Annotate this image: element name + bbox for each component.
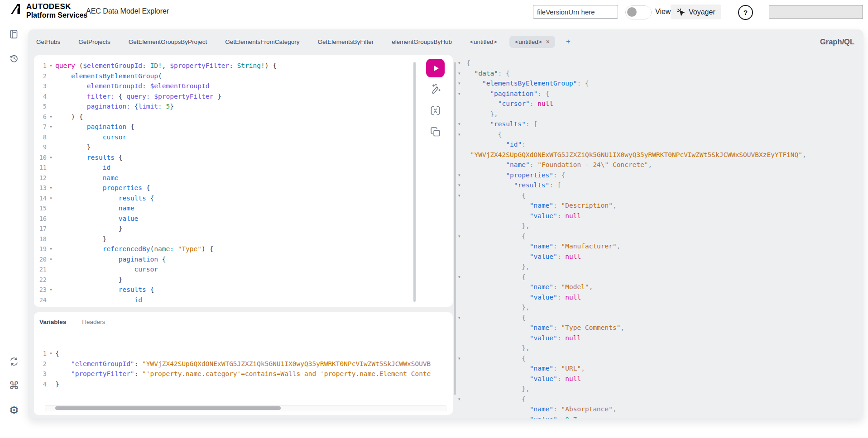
refetch-icon[interactable]: [9, 356, 19, 367]
line-gutter: 8: [34, 132, 55, 143]
fold-spacer: [47, 81, 55, 91]
fold-arrow-icon[interactable]: ▾: [458, 89, 466, 99]
fold-arrow-icon[interactable]: ▾: [47, 285, 55, 295]
fold-spacer: [458, 211, 466, 221]
fold-arrow-icon[interactable]: ▾: [458, 353, 466, 364]
code-text: "value": null: [466, 333, 581, 343]
merge-fragments-button[interactable]: [429, 105, 441, 117]
fold-arrow-icon[interactable]: ▾: [458, 313, 466, 323]
fold-arrow-icon[interactable]: ▾: [47, 122, 55, 132]
tab[interactable]: <untitled>×: [509, 36, 555, 48]
code-text: results {: [55, 285, 154, 295]
code-line: 3 elementGroupId: $elementGroupId: [34, 81, 412, 91]
fold-arrow-icon[interactable]: ▾: [458, 231, 466, 242]
response-panel: ▾{▾ "data": {▾ "elementsByElementGroup":…: [458, 54, 860, 419]
tab[interactable]: GetElementsByFilter: [312, 36, 379, 48]
code-text: },: [466, 262, 530, 272]
tab[interactable]: GetProjects: [73, 36, 116, 48]
fold-arrow-icon[interactable]: ▾: [47, 348, 55, 359]
account-box[interactable]: [769, 5, 863, 19]
tab[interactable]: elementGroupsByHub: [386, 36, 457, 48]
fold-arrow-icon[interactable]: ▾: [47, 61, 55, 71]
line-number: 18: [34, 234, 47, 244]
query-editor[interactable]: 1▾query ($elementGroupId: ID!, $property…: [34, 61, 412, 307]
fold-arrow-icon[interactable]: ▾: [458, 190, 466, 201]
tab[interactable]: GetElementsFromCategory: [220, 36, 305, 48]
fold-spacer: [47, 295, 55, 305]
tab[interactable]: <untitled>: [465, 36, 502, 48]
fold-arrow-icon[interactable]: ▾: [458, 68, 466, 79]
line-number: 2: [34, 71, 47, 81]
code-text: "value": null: [466, 374, 581, 384]
code-text: name: [55, 203, 134, 214]
line-gutter: 10▾: [34, 152, 55, 163]
keyboard-shortcuts-icon[interactable]: ⌘: [9, 380, 19, 391]
tab[interactable]: GetElementGroupsByProject: [123, 36, 212, 48]
close-tab-icon[interactable]: ×: [546, 38, 550, 45]
line-number: 12: [34, 173, 47, 183]
fold-arrow-icon[interactable]: ▾: [47, 254, 55, 265]
code-text: {: [466, 313, 526, 323]
fold-spacer: [47, 214, 55, 224]
fold-arrow-icon[interactable]: ▾: [47, 112, 55, 122]
settings-gear-icon[interactable]: ⚙: [9, 405, 19, 415]
code-line: 20▾ pagination {: [34, 254, 412, 265]
code-text: "name": "Model",: [466, 282, 593, 292]
fold-arrow-icon[interactable]: ▾: [458, 58, 466, 68]
file-version-urn-input[interactable]: [533, 5, 618, 19]
copy-query-button[interactable]: [429, 126, 441, 138]
tab-label: <untitled>: [470, 38, 497, 45]
fold-arrow-icon[interactable]: ▾: [458, 170, 466, 181]
query-editor-card: 1▾query ($elementGroupId: ID!, $property…: [34, 55, 453, 307]
pane-divider[interactable]: [454, 62, 456, 395]
fold-arrow-icon[interactable]: ▾: [458, 78, 466, 89]
line-number: 17: [34, 224, 47, 234]
fold-spacer: [458, 99, 466, 109]
code-line: ▾ {: [458, 313, 860, 323]
code-line: ▾ "properties": {: [458, 170, 860, 181]
code-line: "name": "URL",: [458, 363, 860, 374]
docs-icon[interactable]: [9, 29, 19, 40]
code-text: name: [55, 173, 119, 183]
line-number: 20: [34, 254, 47, 265]
fold-arrow-icon[interactable]: ▾: [47, 152, 55, 163]
play-icon: [431, 63, 441, 73]
tab-variables[interactable]: Variables: [39, 319, 66, 325]
variables-scrollbar-thumb[interactable]: [55, 406, 281, 410]
variables-editor[interactable]: 1▾{2 "elementGroupId": "YWVjZX42SUpGQXdO…: [34, 348, 453, 404]
viewer-toggle[interactable]: [625, 5, 652, 19]
query-editor-scrollbar[interactable]: [413, 62, 416, 302]
line-number: 4: [34, 91, 47, 102]
fold-arrow-icon[interactable]: ▾: [458, 180, 466, 190]
code-line: ▾ "results": [: [458, 180, 860, 190]
fold-arrow-icon[interactable]: ▾: [47, 244, 55, 254]
help-icon[interactable]: ?: [738, 5, 753, 20]
line-number: 10: [34, 152, 47, 163]
fold-arrow-icon[interactable]: ▾: [458, 129, 466, 140]
fold-arrow-icon[interactable]: ▾: [47, 193, 55, 204]
fold-spacer: [458, 160, 466, 170]
tab[interactable]: GetHubs: [31, 36, 66, 48]
tab-label: GetElementsFromCategory: [225, 38, 299, 45]
prettify-button[interactable]: [429, 83, 441, 95]
voyager-button[interactable]: Voyager: [671, 5, 721, 19]
fold-arrow-icon[interactable]: ▾: [458, 119, 466, 129]
voyager-icon: [676, 8, 686, 17]
add-tab-button[interactable]: +: [563, 37, 573, 46]
variables-headers-tabs: Variables Headers: [39, 319, 105, 325]
code-line: 9 }: [34, 142, 412, 152]
code-line: 12 name: [34, 173, 412, 183]
code-line: 24 id: [34, 295, 412, 305]
fold-arrow-icon[interactable]: ▾: [47, 183, 55, 193]
fold-arrow-icon[interactable]: ▾: [458, 272, 466, 282]
tab-label: GetHubs: [36, 38, 60, 45]
code-line: ▾ "data": {: [458, 68, 860, 79]
code-text: "results": [: [466, 119, 537, 129]
tab-headers[interactable]: Headers: [82, 319, 105, 325]
code-line: },: [458, 343, 860, 353]
execute-query-button[interactable]: [426, 59, 445, 77]
code-line: "value": null: [458, 374, 860, 384]
history-icon[interactable]: [9, 53, 19, 64]
code-line: 2 "elementGroupId": "YWVjZX42SUpGQXdONEx…: [34, 359, 453, 369]
fold-arrow-icon[interactable]: ▾: [458, 394, 466, 405]
